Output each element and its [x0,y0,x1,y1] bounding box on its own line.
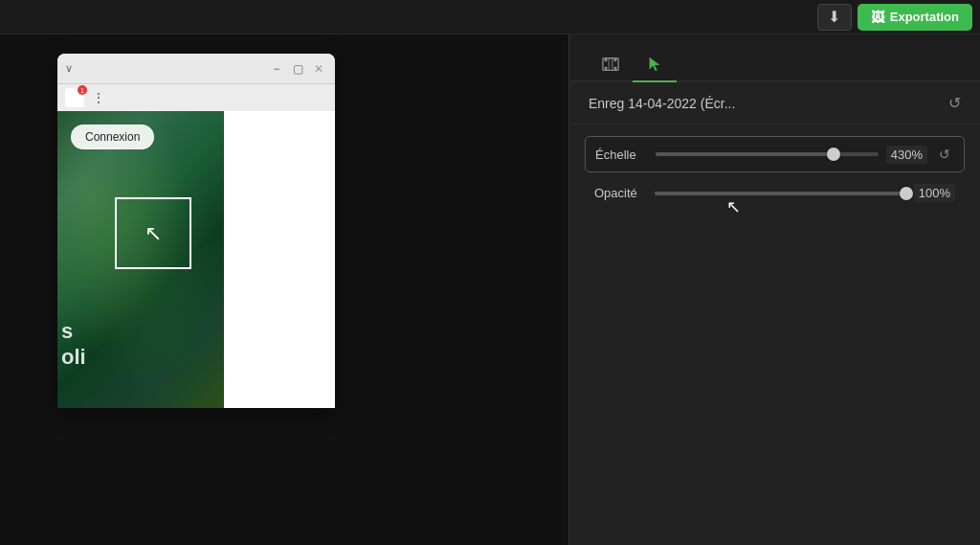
scale-label: Échelle [595,148,648,162]
scale-control-row: Échelle 430% ↺ [585,136,965,172]
notification-badge: 1 [78,85,87,95]
white-area [224,111,335,408]
properties-panel: Échelle 430% ↺ Opacité 100% [569,125,980,225]
scale-slider[interactable] [656,152,879,156]
tab-film[interactable] [589,48,633,82]
preview-panel: ∨ − ▢ ✕ 1 ⋮ Connexion [0,34,568,545]
cursor-tab-icon [646,56,663,73]
top-bar: ⬇ 🖼 Exportation [0,0,980,34]
opacity-value: 100% [914,184,955,202]
browser-content: Connexion ↖ s oli [57,111,335,408]
cursor-selection-box: ↖ [115,197,191,269]
chevron-icon: ∨ [65,62,73,75]
svg-rect-2 [605,67,608,71]
film-icon [602,56,619,73]
tab-cursor[interactable] [633,48,677,82]
browser-tab[interactable]: 1 [65,88,84,107]
svg-rect-4 [614,67,617,71]
export-icon: 🖼 [871,10,884,25]
opacity-slider[interactable] [655,192,906,195]
export-label: Exportation [890,10,959,24]
opacity-label: Opacité [594,186,647,200]
scale-reset-button[interactable]: ↺ [935,145,954,164]
browser-window: ∨ − ▢ ✕ 1 ⋮ Connexion [57,54,335,408]
titlebar-left: ∨ [65,62,73,75]
right-tabs [569,34,980,82]
browser-menu-icon[interactable]: ⋮ [92,90,105,105]
maximize-button[interactable]: ▢ [289,60,306,78]
recording-title-text: Enreg 14-04-2022 (Écr... [589,96,735,111]
opacity-slider-fill [655,192,906,195]
minimize-button[interactable]: − [268,60,285,78]
scale-slider-fill [656,152,834,156]
opacity-control-row: Opacité 100% [585,180,965,206]
right-panel: Enreg 14-04-2022 (Écr... ↺ Échelle 430% … [568,34,980,545]
cursor-arrow-icon: ↖ [145,221,162,246]
close-button[interactable]: ✕ [310,60,327,78]
export-button[interactable]: 🖼 Exportation [858,4,972,31]
overlay-text: s oli [61,319,86,370]
connexion-button[interactable]: Connexion [71,125,154,149]
recording-title-bar: Enreg 14-04-2022 (Écr... ↺ [569,82,980,125]
download-button[interactable]: ⬇ [817,4,852,31]
svg-rect-1 [605,58,608,62]
svg-rect-3 [614,58,617,62]
opacity-slider-thumb[interactable] [900,187,913,200]
scale-slider-thumb[interactable] [827,148,840,161]
main-layout: ∨ − ▢ ✕ 1 ⋮ Connexion [0,34,980,545]
window-controls: − ▢ ✕ [268,60,327,78]
browser-tab-bar: 1 ⋮ [57,84,335,111]
refresh-button[interactable]: ↺ [948,94,961,112]
browser-titlebar: ∨ − ▢ ✕ [57,54,335,84]
scale-value: 430% [886,146,927,164]
